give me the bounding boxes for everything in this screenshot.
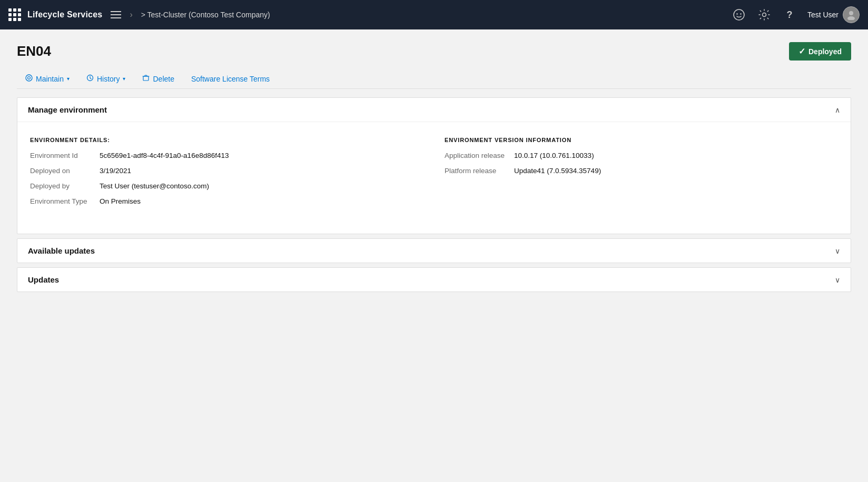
env-id-value: 5c6569e1-adf8-4c4f-91a0-a16e8d86f413 bbox=[100, 152, 229, 159]
delete-button[interactable]: Delete bbox=[134, 69, 182, 88]
env-type-row: Environment Type On Premises bbox=[30, 197, 423, 205]
maintain-button[interactable]: Maintain ▾ bbox=[17, 69, 78, 88]
updates-chevron: ∨ bbox=[835, 276, 840, 284]
page-title: EN04 bbox=[17, 43, 51, 59]
svg-point-4 bbox=[849, 11, 853, 15]
env-type-label: Environment Type bbox=[30, 197, 93, 205]
manage-environment-header[interactable]: Manage environment ∧ bbox=[17, 98, 851, 122]
svg-point-5 bbox=[847, 16, 855, 20]
deployed-by-row: Deployed by Test User (testuser@contoso.… bbox=[30, 182, 423, 190]
available-updates-title: Available updates bbox=[28, 246, 95, 255]
svg-point-2 bbox=[740, 13, 741, 14]
svg-point-1 bbox=[736, 13, 737, 14]
updates-header[interactable]: Updates ∨ bbox=[17, 268, 851, 292]
action-bar: Maintain ▾ History ▾ Delete Software Lic… bbox=[17, 69, 851, 89]
breadcrumb-separator: › bbox=[130, 10, 132, 19]
delete-label: Delete bbox=[153, 75, 174, 83]
env-id-row: Environment Id 5c6569e1-adf8-4c4f-91a0-a… bbox=[30, 152, 423, 159]
app-release-value: 10.0.17 (10.0.761.10033) bbox=[514, 152, 594, 159]
page-header: EN04 ✓ Deployed bbox=[17, 42, 851, 61]
env-details-heading: ENVIRONMENT DETAILS: bbox=[30, 137, 423, 143]
app-grid-icon[interactable] bbox=[8, 8, 21, 21]
platform-release-label: Platform release bbox=[445, 167, 508, 175]
platform-release-row: Platform release Update41 (7.0.5934.3574… bbox=[445, 167, 838, 175]
available-updates-chevron: ∨ bbox=[835, 247, 840, 255]
svg-point-3 bbox=[762, 13, 766, 17]
deployed-on-row: Deployed on 3/19/2021 bbox=[30, 167, 423, 175]
available-updates-header[interactable]: Available updates ∨ bbox=[17, 239, 851, 263]
user-menu[interactable]: Test User bbox=[807, 6, 860, 23]
status-label: Deployed bbox=[808, 47, 842, 56]
env-version-heading: ENVIRONMENT VERSION INFORMATION bbox=[445, 137, 838, 143]
maintain-icon bbox=[25, 74, 33, 83]
maintain-label: Maintain bbox=[36, 75, 64, 83]
software-license-label: Software License Terms bbox=[191, 75, 270, 83]
breadcrumb: > Test-Cluster (Contoso Test Company) bbox=[141, 11, 270, 19]
env-type-value: On Premises bbox=[100, 197, 141, 205]
manage-environment-section: Manage environment ∧ ENVIRONMENT DETAILS… bbox=[17, 97, 851, 234]
deployed-on-label: Deployed on bbox=[30, 167, 93, 175]
app-release-label: Application release bbox=[445, 152, 508, 159]
maintain-chevron: ▾ bbox=[67, 76, 70, 82]
available-updates-section: Available updates ∨ bbox=[17, 238, 851, 263]
env-version-column: ENVIRONMENT VERSION INFORMATION Applicat… bbox=[445, 137, 838, 213]
history-button[interactable]: History ▾ bbox=[78, 69, 134, 88]
delete-icon bbox=[142, 74, 150, 83]
help-icon[interactable]: ? bbox=[782, 7, 797, 22]
app-release-row: Application release 10.0.17 (10.0.761.10… bbox=[445, 152, 838, 159]
platform-release-value: Update41 (7.0.5934.35749) bbox=[514, 167, 601, 175]
svg-point-6 bbox=[26, 75, 32, 81]
deployed-by-value: Test User (testuser@contoso.com) bbox=[100, 182, 209, 190]
check-icon: ✓ bbox=[798, 46, 805, 56]
manage-environment-body: ENVIRONMENT DETAILS: Environment Id 5c65… bbox=[17, 122, 851, 234]
topnav: Lifecycle Services › > Test-Cluster (Con… bbox=[0, 0, 868, 29]
env-details-column: ENVIRONMENT DETAILS: Environment Id 5c65… bbox=[30, 137, 423, 213]
page-content: EN04 ✓ Deployed Maintain ▾ History ▾ Del… bbox=[0, 29, 868, 309]
svg-point-7 bbox=[28, 77, 31, 79]
status-badge: ✓ Deployed bbox=[789, 42, 851, 61]
topnav-right: ? Test User bbox=[732, 6, 860, 23]
manage-environment-chevron: ∧ bbox=[835, 106, 840, 114]
user-name: Test User bbox=[807, 11, 839, 19]
avatar bbox=[843, 6, 860, 23]
hamburger-menu-icon[interactable] bbox=[111, 11, 121, 18]
history-icon bbox=[86, 74, 94, 83]
history-label: History bbox=[97, 75, 120, 83]
smiley-icon[interactable] bbox=[732, 7, 746, 22]
history-chevron: ▾ bbox=[123, 76, 125, 82]
software-license-button[interactable]: Software License Terms bbox=[183, 69, 278, 88]
deployed-on-value: 3/19/2021 bbox=[100, 167, 131, 175]
environment-grid: ENVIRONMENT DETAILS: Environment Id 5c65… bbox=[30, 137, 838, 213]
deployed-by-label: Deployed by bbox=[30, 182, 93, 190]
svg-point-0 bbox=[734, 9, 744, 20]
updates-title: Updates bbox=[28, 275, 59, 284]
updates-section: Updates ∨ bbox=[17, 267, 851, 292]
brand-label: Lifecycle Services bbox=[27, 10, 102, 19]
env-id-label: Environment Id bbox=[30, 152, 93, 159]
manage-environment-title: Manage environment bbox=[28, 105, 107, 114]
settings-icon[interactable] bbox=[757, 7, 772, 22]
svg-rect-9 bbox=[143, 76, 149, 81]
